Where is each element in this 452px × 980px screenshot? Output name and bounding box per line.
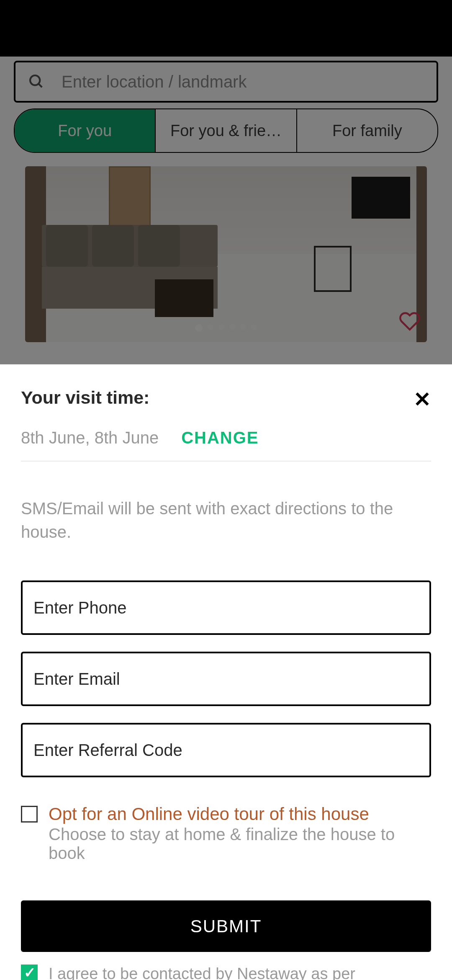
change-link[interactable]: CHANGE [181,428,259,447]
status-bar [0,0,452,57]
visit-date: 8th June, 8th June [21,428,159,447]
close-icon: ✕ [413,388,431,411]
video-tour-subtitle: Choose to stay at home & finalize the ho… [49,825,431,863]
referral-field[interactable] [21,723,431,777]
info-text: SMS/Email will be sent with exact direct… [21,497,431,544]
email-field[interactable] [21,652,431,706]
visit-time-modal: Your visit time: ✕ 8th June, 8th June CH… [0,364,452,980]
modal-title: Your visit time: [21,387,149,408]
video-tour-title: Opt for an Online video tour of this hou… [49,804,431,824]
agree-checkbox[interactable] [21,965,38,980]
submit-button[interactable]: SUBMIT [21,900,431,952]
modal-overlay[interactable] [0,57,452,364]
agree-text: I agree to be contacted by Nestaway as p… [49,963,431,980]
close-button[interactable]: ✕ [413,389,431,410]
visit-form [21,580,431,777]
video-tour-checkbox[interactable] [21,806,38,823]
phone-field[interactable] [21,580,431,635]
